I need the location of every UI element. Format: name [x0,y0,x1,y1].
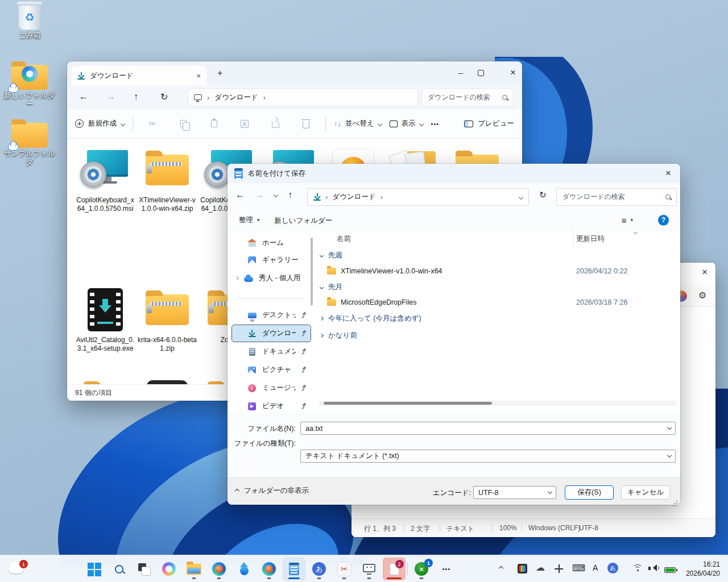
resize-grip[interactable] [676,501,677,502]
sidebar-item-onedrive[interactable]: 秀人 - 個人用 [232,270,311,286]
file-tile[interactable]: krita-x64-6.0.0-beta1.zip [136,285,198,353]
save-button[interactable]: 保存(S) [565,485,614,500]
delete-button[interactable] [295,119,317,128]
maximize-button[interactable] [478,70,484,76]
sidebar-item-desktop[interactable]: デスクトップ [232,307,311,323]
file-tile[interactable]: Apple-Xcode-agentic-coding-her [75,376,136,384]
widgets-button[interactable]: 1 [5,558,27,580]
tray-battery-icon[interactable] [664,566,676,575]
cut-button[interactable]: ✂ [141,119,164,129]
tray-wifi-icon[interactable] [632,564,643,573]
tray-clock[interactable]: 16:21 2026/04/20 [679,560,720,578]
tray-show-hidden-chevron[interactable] [499,566,503,571]
copilot-button[interactable] [158,558,180,580]
tray-ime-icon[interactable]: あ [607,563,618,573]
file-tile[interactable]: AviUtl2_Catalog_0.3.1_x64-setup.exe [75,285,136,353]
new-tab-button[interactable]: + [217,68,222,78]
refresh-button[interactable]: ↻ [539,190,547,200]
settings-gear-icon[interactable]: ⚙ [698,290,706,301]
view-mode-button[interactable]: ≡ ▾ [622,215,633,225]
notepad-button-active[interactable] [283,558,305,580]
dialog-address-bar[interactable]: › ダウンロード › [307,188,529,206]
sidebar-item-home[interactable]: ホーム [232,235,311,251]
up-button[interactable]: ↑ [288,190,292,200]
sidebar-scrollbar[interactable] [311,238,313,306]
tray-ime-mode-latin[interactable]: A [593,563,598,572]
sidebar-item-downloads[interactable]: ダウンロード [232,325,311,342]
desktop-icon-recycle-bin[interactable]: ♻ ごみ箱 [2,5,57,40]
new-folder-button[interactable]: 新しいフォルダー [275,215,333,226]
sort-button[interactable]: ↑↓ 並べ替え [334,119,382,128]
water-drop-app-button[interactable] [233,558,255,580]
search-button[interactable] [107,558,130,580]
paste-button[interactable] [202,120,225,127]
file-tile[interactable]: CopilotKeyboard_x64_1.0.0.5750.msi [75,146,136,213]
forward-button[interactable]: → [255,190,264,200]
document-mode[interactable]: テキスト [446,524,474,534]
copy-button[interactable] [172,120,195,127]
preview-button[interactable]: プレビュー [464,119,514,128]
encoding[interactable]: UTF-8 [579,524,598,532]
document-app-button-alert[interactable]: 2 [383,558,406,580]
dialog-search-box[interactable]: ダウンロードの検索 [556,188,677,206]
overflow-apps-button[interactable]: ••• [435,558,458,580]
sort-direction-chevron[interactable] [634,230,638,234]
edge-button[interactable] [208,558,230,580]
group-header-last-week[interactable]: 先週 [320,248,342,263]
sidebar-item-gallery[interactable]: ギャラリー [232,252,311,268]
horizontal-scrollbar-thumb[interactable] [324,402,492,405]
column-header-modified[interactable]: 更新日時 [576,234,605,244]
address-dropdown-chevron[interactable] [519,194,523,199]
pc-status-app-button[interactable] [358,558,380,580]
group-header-last-month[interactable]: 先月 [320,280,342,294]
breadcrumb-segment[interactable]: ダウンロード [332,192,375,202]
column-divider[interactable] [573,231,573,247]
zoom-level[interactable]: 100% [499,524,517,532]
filename-input[interactable]: aa.txt [300,422,676,435]
xbox-button[interactable]: ×1 [410,558,433,580]
ime-app-button[interactable]: あ [308,558,330,580]
refresh-button[interactable]: ↻ [160,92,168,102]
file-tile[interactable]: XTimelineViewer-v1.0.0-win-x64.zip [136,146,198,213]
share-button[interactable] [264,119,287,128]
filetype-select[interactable]: テキスト ドキュメント (*.txt) [300,450,676,463]
file-tile[interactable]: NVIDIA_Broadcast_v2.1.0.40430082 [136,376,198,384]
task-view-button[interactable] [133,558,155,580]
rename-button[interactable]: A [233,120,256,128]
file-row[interactable]: XTimelineViewer-v1.0.0-win-x64 2026/04/1… [327,264,646,278]
expand-chevron[interactable] [235,276,239,280]
new-item-button[interactable]: 新規作成 [75,119,125,128]
sidebar-item-documents[interactable]: ドキュメント [232,343,311,360]
tray-powertoys-icon[interactable] [518,564,527,575]
organize-button[interactable]: 整理 ▾ [239,215,260,225]
sidebar-item-music[interactable]: ♪ミュージック [232,380,311,396]
horizontal-scrollbar-track[interactable] [319,401,677,406]
file-row[interactable]: MicrosoftEdgeDropFiles 2026/03/18 7:26 [327,295,646,310]
back-button[interactable]: ← [79,92,88,102]
sidebar-item-pictures[interactable]: ピクチャ [232,361,311,378]
cancel-button[interactable]: キャンセル [621,485,670,500]
desktop-icon-new-folder[interactable]: 新しいフォルダー [2,61,57,109]
encoding-select[interactable]: UTF-8 [473,486,556,499]
close-button[interactable]: × [665,168,673,179]
explorer-tab[interactable]: ダウンロード × [72,66,206,85]
up-button[interactable]: ↑ [134,92,138,102]
tray-move-tool-icon[interactable] [555,564,563,575]
breadcrumb-segment[interactable]: ダウンロード [214,93,258,102]
close-button[interactable]: × [702,267,708,278]
close-button[interactable]: × [500,67,522,78]
minimize-button[interactable]: – [448,68,473,77]
more-options-button[interactable]: ••• [431,120,440,127]
help-button[interactable]: ? [658,215,669,226]
hide-folders-button[interactable]: フォルダーの非表示 [235,486,309,496]
address-bar[interactable]: › ダウンロード › [188,88,418,106]
column-header-name[interactable]: 名前 [337,234,351,244]
group-header-long-ago[interactable]: かなり前 [320,328,357,343]
explorer-search-box[interactable]: ダウンロードの検索 [421,88,514,106]
back-button[interactable]: ← [235,190,245,200]
forward-button[interactable]: → [106,92,115,102]
tray-keyboard-icon[interactable]: ⌨ [572,563,585,573]
file-explorer-button[interactable] [183,558,205,580]
tray-onedrive-cloud-icon[interactable]: ☁ [536,562,545,573]
tray-volume-icon[interactable] [648,564,659,573]
